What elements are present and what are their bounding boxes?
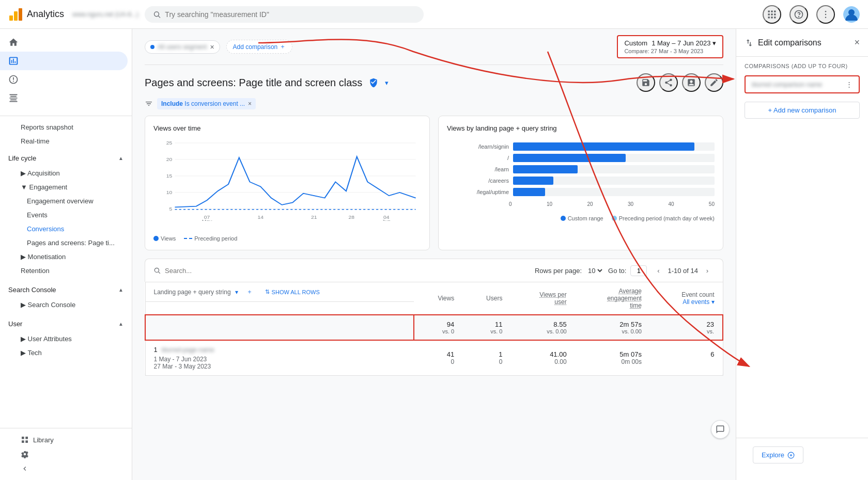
edit-btn[interactable] <box>705 73 723 92</box>
chip-close[interactable]: × <box>210 43 214 51</box>
go-to-input[interactable] <box>630 265 647 276</box>
header-actions <box>637 73 723 92</box>
bar-label-4: /careers <box>447 178 509 184</box>
bar-chart-title: Views by landing page + query string <box>447 124 715 132</box>
row-1-vpu-2: 0.00 <box>519 358 566 365</box>
search-bar[interactable] <box>145 6 424 23</box>
col-header-event-count: Event count All events ▾ <box>650 282 723 315</box>
sidebar-item-realtime[interactable]: Real-time <box>0 134 128 148</box>
panel-close-btn[interactable]: × <box>854 37 860 48</box>
row-1-vpu: 41.00 0.00 <box>510 340 575 376</box>
feedback-btn[interactable] <box>711 420 730 439</box>
bar-label-5: /legal/uptime <box>447 189 509 195</box>
bar-label-2: / <box>447 155 509 161</box>
lifecycle-label: Life cycle <box>8 154 36 162</box>
total-avg-eng-vs: vs. 0.00 <box>583 328 642 334</box>
sidebar-item-advertising[interactable] <box>0 89 128 107</box>
bar-container-2 <box>513 154 715 162</box>
settings-item[interactable] <box>0 447 128 461</box>
share-btn[interactable] <box>659 73 678 92</box>
sidebar-item-monetisation[interactable]: ▶ Monetisation <box>0 250 128 264</box>
sidebar-item-events[interactable]: Events <box>0 208 128 222</box>
row-1-ec-1: 6 <box>658 350 715 358</box>
sidebar-item-reports[interactable] <box>0 52 128 70</box>
views-col-label: Views <box>438 295 454 302</box>
sidebar-item-acquisition[interactable]: ▶ Acquisition <box>0 166 128 180</box>
landing-page-dropdown[interactable]: ▾ <box>235 289 238 296</box>
svg-rect-2 <box>19 8 22 21</box>
rows-per-page-select[interactable]: 10 25 50 <box>586 266 604 275</box>
next-page-btn[interactable]: › <box>700 263 715 278</box>
sidebar-item-search-console[interactable]: ▶ Search Console <box>0 298 128 312</box>
table-search[interactable] <box>153 267 529 275</box>
help-icon-btn[interactable] <box>789 5 808 24</box>
sidebar-item-reports-snapshot[interactable]: Reports snapshot <box>0 120 128 134</box>
grid-icon-btn[interactable] <box>763 5 781 24</box>
total-row: 94 vs. 0 11 vs. 0 8.55 vs. 0.00 <box>145 315 723 340</box>
event-count-filter[interactable]: All events ▾ <box>683 298 714 306</box>
add-comparison-button[interactable]: Add comparison ＋ <box>226 40 293 54</box>
collapse-btn[interactable] <box>0 461 128 476</box>
sidebar-item-engagement-overview[interactable]: Engagement overview <box>0 194 128 208</box>
svg-text:28: 28 <box>349 214 355 219</box>
chevron-down-icon[interactable]: ▾ <box>385 79 389 87</box>
x-label-30: 30 <box>628 201 633 207</box>
sidebar-item-conversions[interactable]: Conversions <box>0 222 128 236</box>
legend-views: Views <box>153 235 176 242</box>
sidebar-item-user-attributes[interactable]: ▶ User Attributes <box>0 332 128 346</box>
bar-fill-2 <box>513 154 626 162</box>
explore-btn[interactable]: Explore <box>753 446 803 463</box>
search-input[interactable] <box>165 10 415 19</box>
add-new-comparison-btn[interactable]: + Add new comparison <box>745 102 860 119</box>
date-range-pill[interactable]: Custom 1 May – 7 Jun 2023 ▾ Compare: 27 … <box>617 35 723 58</box>
filter-label: Include Is conversion event ... <box>161 100 245 107</box>
prev-page-btn[interactable]: ‹ <box>651 263 665 278</box>
row-1-ec-2 <box>658 358 715 365</box>
comparison-chip-1[interactable]: All users segment × <box>145 40 220 54</box>
more-icon-btn[interactable] <box>816 5 835 24</box>
bar-fill-1 <box>513 142 694 151</box>
row-1-views: 41 0 <box>414 340 462 376</box>
search-console-header[interactable]: Search Console ▲ <box>0 282 132 298</box>
sidebar-item-engagement[interactable]: ▼ Engagement <box>0 180 128 194</box>
date-range-compare: Compare: 27 Mar - 3 May 2023 <box>624 48 716 54</box>
sidebar-item-pages-screens[interactable]: Pages and screens: Page ti... <box>0 236 128 250</box>
svg-rect-1 <box>14 11 18 21</box>
insights-btn[interactable] <box>682 73 701 92</box>
explore-label: Explore <box>762 451 784 459</box>
table-pagination: Rows per page: 10 25 50 Go to: ‹ 1-10 of… <box>535 263 715 278</box>
add-new-comparison-label: + Add new comparison <box>768 106 836 114</box>
right-panel: Edit comparisons × COMPARISONS (ADD UP T… <box>736 29 868 480</box>
bar-x-axis: 0 10 20 30 40 50 <box>509 201 715 207</box>
go-to-label: Go to: <box>608 267 626 275</box>
save-report-btn[interactable] <box>637 73 655 92</box>
sidebar-item-retention[interactable]: Retention <box>0 264 128 278</box>
row-1-eng-2: 0m 00s <box>583 358 642 365</box>
sidebar-item-tech[interactable]: ▶ Tech <box>0 346 128 360</box>
help-icon <box>794 9 804 20</box>
add-col-btn[interactable]: ＋ <box>242 287 257 296</box>
sidebar-item-library[interactable]: Library <box>0 433 128 447</box>
comparison-more-btn[interactable]: ⋮ <box>846 81 853 88</box>
avatar[interactable] <box>843 6 860 23</box>
user-section-header[interactable]: User ▲ <box>0 316 132 332</box>
row-1-eng: 5m 07s 0m 00s <box>575 340 650 376</box>
realtime-label: Real-time <box>21 137 50 145</box>
sidebar-item-home[interactable] <box>0 33 128 52</box>
lifecycle-chevron: ▲ <box>118 155 123 161</box>
row-1-ec: 6 <box>650 340 723 376</box>
filter-chip[interactable]: Include Is conversion event ... × <box>157 98 256 109</box>
retention-label: Retention <box>21 267 50 275</box>
legend-custom-range: Custom range <box>561 215 603 221</box>
table-search-input[interactable] <box>165 267 252 275</box>
reports-icon <box>8 56 19 66</box>
filter-chip-close[interactable]: × <box>248 100 252 107</box>
col-header-avg-eng: Averageengagementtime <box>575 282 650 315</box>
show-all-rows[interactable]: ⇅ SHOW ALL ROWS <box>265 289 320 295</box>
lifecycle-header[interactable]: Life cycle ▲ <box>0 150 132 166</box>
legend-preceding-period: Preceding period (match day of week) <box>612 215 715 221</box>
user-section: User ▲ ▶ User Attributes ▶ Tech <box>0 314 132 362</box>
verified-icon <box>368 77 379 88</box>
sidebar-item-explore[interactable] <box>0 70 128 89</box>
x-label-10: 10 <box>547 201 552 207</box>
